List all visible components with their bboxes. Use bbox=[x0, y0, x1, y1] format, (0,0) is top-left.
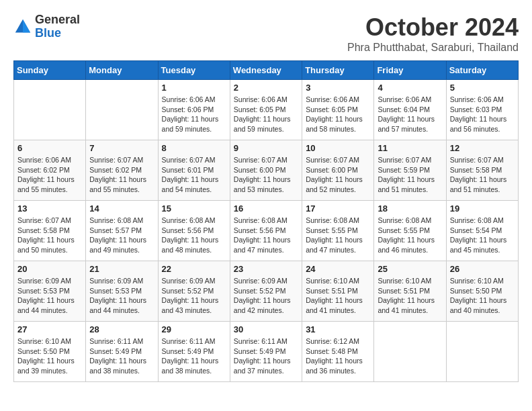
day-info: Sunrise: 6:11 AMSunset: 5:49 PMDaylight:… bbox=[89, 336, 154, 376]
day-info: Sunrise: 6:09 AMSunset: 5:52 PMDaylight:… bbox=[162, 276, 226, 316]
calendar-cell: 22Sunrise: 6:09 AMSunset: 5:52 PMDayligh… bbox=[158, 261, 230, 322]
calendar-cell bbox=[446, 322, 518, 382]
location-title: Phra Phutthabat, Saraburi, Thailand bbox=[347, 42, 519, 54]
calendar-cell: 26Sunrise: 6:10 AMSunset: 5:50 PMDayligh… bbox=[446, 261, 518, 322]
calendar-cell: 11Sunrise: 6:07 AMSunset: 5:59 PMDayligh… bbox=[374, 140, 446, 201]
logo-general: General bbox=[35, 13, 80, 27]
column-header-sunday: Sunday bbox=[14, 61, 86, 80]
calendar-cell: 10Sunrise: 6:07 AMSunset: 6:00 PMDayligh… bbox=[302, 140, 374, 201]
day-number: 11 bbox=[378, 143, 442, 153]
calendar-cell: 29Sunrise: 6:11 AMSunset: 5:49 PMDayligh… bbox=[158, 322, 230, 382]
day-info: Sunrise: 6:06 AMSunset: 6:05 PMDaylight:… bbox=[234, 95, 298, 134]
day-number: 16 bbox=[234, 203, 298, 214]
day-number: 5 bbox=[450, 83, 515, 93]
day-number: 21 bbox=[89, 264, 154, 274]
day-info: Sunrise: 6:07 AMSunset: 5:59 PMDaylight:… bbox=[378, 155, 442, 195]
day-info: Sunrise: 6:09 AMSunset: 5:53 PMDaylight:… bbox=[17, 276, 82, 316]
day-number: 30 bbox=[234, 324, 298, 334]
day-info: Sunrise: 6:09 AMSunset: 5:52 PMDaylight:… bbox=[234, 276, 298, 316]
column-header-wednesday: Wednesday bbox=[230, 61, 302, 80]
day-info: Sunrise: 6:07 AMSunset: 6:02 PMDaylight:… bbox=[89, 155, 154, 195]
day-number: 14 bbox=[89, 203, 154, 214]
day-info: Sunrise: 6:06 AMSunset: 6:02 PMDaylight:… bbox=[17, 155, 82, 195]
day-number: 29 bbox=[162, 324, 226, 334]
column-header-monday: Monday bbox=[86, 61, 158, 80]
day-info: Sunrise: 6:06 AMSunset: 6:04 PMDaylight:… bbox=[378, 95, 442, 134]
day-info: Sunrise: 6:06 AMSunset: 6:03 PMDaylight:… bbox=[450, 95, 515, 134]
calendar-table: SundayMondayTuesdayWednesdayThursdayFrid… bbox=[13, 60, 519, 382]
day-number: 1 bbox=[162, 83, 226, 93]
day-number: 8 bbox=[162, 143, 226, 153]
page-header: General Blue October 2024 Phra Phutthaba… bbox=[13, 13, 519, 54]
calendar-week-4: 20Sunrise: 6:09 AMSunset: 5:53 PMDayligh… bbox=[14, 261, 519, 322]
day-info: Sunrise: 6:07 AMSunset: 6:00 PMDaylight:… bbox=[234, 155, 298, 195]
day-number: 26 bbox=[450, 264, 515, 274]
day-number: 15 bbox=[162, 203, 226, 214]
day-number: 6 bbox=[17, 143, 82, 153]
calendar-cell: 5Sunrise: 6:06 AMSunset: 6:03 PMDaylight… bbox=[446, 80, 518, 140]
day-info: Sunrise: 6:10 AMSunset: 5:51 PMDaylight:… bbox=[306, 276, 370, 316]
calendar-cell: 8Sunrise: 6:07 AMSunset: 6:01 PMDaylight… bbox=[158, 140, 230, 201]
month-title: October 2024 bbox=[347, 13, 519, 42]
day-number: 25 bbox=[378, 264, 442, 274]
day-info: Sunrise: 6:10 AMSunset: 5:50 PMDaylight:… bbox=[450, 276, 515, 316]
day-number: 12 bbox=[450, 143, 515, 153]
svg-marker-1 bbox=[23, 19, 30, 33]
day-info: Sunrise: 6:10 AMSunset: 5:51 PMDaylight:… bbox=[378, 276, 442, 316]
calendar-cell: 2Sunrise: 6:06 AMSunset: 6:05 PMDaylight… bbox=[230, 80, 302, 140]
column-header-saturday: Saturday bbox=[446, 61, 518, 80]
calendar-cell: 28Sunrise: 6:11 AMSunset: 5:49 PMDayligh… bbox=[86, 322, 158, 382]
day-number: 27 bbox=[17, 324, 82, 334]
logo: General Blue bbox=[13, 13, 80, 40]
calendar-cell: 14Sunrise: 6:08 AMSunset: 5:57 PMDayligh… bbox=[86, 201, 158, 261]
day-info: Sunrise: 6:10 AMSunset: 5:50 PMDaylight:… bbox=[17, 336, 82, 376]
day-number: 31 bbox=[306, 324, 370, 334]
day-info: Sunrise: 6:07 AMSunset: 5:58 PMDaylight:… bbox=[17, 216, 82, 255]
calendar-cell: 12Sunrise: 6:07 AMSunset: 5:58 PMDayligh… bbox=[446, 140, 518, 201]
calendar-cell: 9Sunrise: 6:07 AMSunset: 6:00 PMDaylight… bbox=[230, 140, 302, 201]
day-info: Sunrise: 6:06 AMSunset: 6:05 PMDaylight:… bbox=[306, 95, 370, 134]
day-number: 4 bbox=[378, 83, 442, 93]
day-info: Sunrise: 6:08 AMSunset: 5:55 PMDaylight:… bbox=[306, 216, 370, 255]
logo-icon bbox=[13, 17, 32, 36]
day-number: 24 bbox=[306, 264, 370, 274]
day-number: 20 bbox=[17, 264, 82, 274]
day-number: 22 bbox=[162, 264, 226, 274]
calendar-header-row: SundayMondayTuesdayWednesdayThursdayFrid… bbox=[14, 61, 519, 80]
day-number: 17 bbox=[306, 203, 370, 214]
calendar-cell: 3Sunrise: 6:06 AMSunset: 6:05 PMDaylight… bbox=[302, 80, 374, 140]
day-info: Sunrise: 6:08 AMSunset: 5:56 PMDaylight:… bbox=[234, 216, 298, 255]
calendar-week-2: 6Sunrise: 6:06 AMSunset: 6:02 PMDaylight… bbox=[14, 140, 519, 201]
day-number: 7 bbox=[89, 143, 154, 153]
day-info: Sunrise: 6:07 AMSunset: 6:00 PMDaylight:… bbox=[306, 155, 370, 195]
title-block: October 2024 Phra Phutthabat, Saraburi, … bbox=[347, 13, 519, 54]
day-info: Sunrise: 6:07 AMSunset: 5:58 PMDaylight:… bbox=[450, 155, 515, 195]
calendar-cell: 7Sunrise: 6:07 AMSunset: 6:02 PMDaylight… bbox=[86, 140, 158, 201]
day-number: 23 bbox=[234, 264, 298, 274]
calendar-body: 1Sunrise: 6:06 AMSunset: 6:06 PMDaylight… bbox=[14, 80, 519, 382]
day-number: 2 bbox=[234, 83, 298, 93]
day-number: 28 bbox=[89, 324, 154, 334]
calendar-cell bbox=[86, 80, 158, 140]
calendar-cell: 18Sunrise: 6:08 AMSunset: 5:55 PMDayligh… bbox=[374, 201, 446, 261]
day-info: Sunrise: 6:09 AMSunset: 5:53 PMDaylight:… bbox=[89, 276, 154, 316]
calendar-cell: 21Sunrise: 6:09 AMSunset: 5:53 PMDayligh… bbox=[86, 261, 158, 322]
calendar-cell: 25Sunrise: 6:10 AMSunset: 5:51 PMDayligh… bbox=[374, 261, 446, 322]
calendar-week-1: 1Sunrise: 6:06 AMSunset: 6:06 PMDaylight… bbox=[14, 80, 519, 140]
day-number: 19 bbox=[450, 203, 515, 214]
day-number: 18 bbox=[378, 203, 442, 214]
calendar-cell: 31Sunrise: 6:12 AMSunset: 5:48 PMDayligh… bbox=[302, 322, 374, 382]
day-info: Sunrise: 6:08 AMSunset: 5:55 PMDaylight:… bbox=[378, 216, 442, 255]
column-header-friday: Friday bbox=[374, 61, 446, 80]
calendar-week-5: 27Sunrise: 6:10 AMSunset: 5:50 PMDayligh… bbox=[14, 322, 519, 382]
day-info: Sunrise: 6:11 AMSunset: 5:49 PMDaylight:… bbox=[162, 336, 226, 376]
calendar-week-3: 13Sunrise: 6:07 AMSunset: 5:58 PMDayligh… bbox=[14, 201, 519, 261]
calendar-cell: 27Sunrise: 6:10 AMSunset: 5:50 PMDayligh… bbox=[14, 322, 86, 382]
day-info: Sunrise: 6:06 AMSunset: 6:06 PMDaylight:… bbox=[162, 95, 226, 134]
calendar-cell: 30Sunrise: 6:11 AMSunset: 5:49 PMDayligh… bbox=[230, 322, 302, 382]
calendar-cell: 24Sunrise: 6:10 AMSunset: 5:51 PMDayligh… bbox=[302, 261, 374, 322]
calendar-cell: 15Sunrise: 6:08 AMSunset: 5:56 PMDayligh… bbox=[158, 201, 230, 261]
calendar-cell: 13Sunrise: 6:07 AMSunset: 5:58 PMDayligh… bbox=[14, 201, 86, 261]
column-header-tuesday: Tuesday bbox=[158, 61, 230, 80]
calendar-cell: 19Sunrise: 6:08 AMSunset: 5:54 PMDayligh… bbox=[446, 201, 518, 261]
